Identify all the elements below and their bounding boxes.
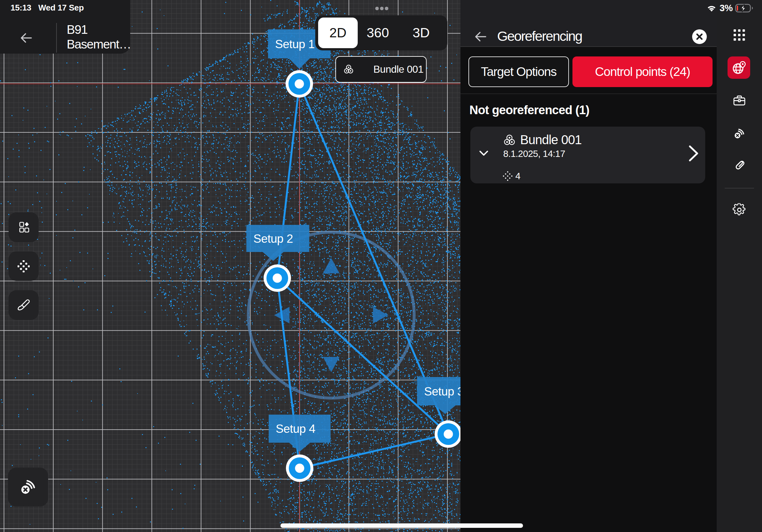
svg-text:Setup 4: Setup 4 — [276, 422, 315, 435]
svg-text:Setup 3: Setup 3 — [424, 385, 460, 398]
svg-text:Setup 2: Setup 2 — [253, 232, 293, 245]
svg-text:Setup 1: Setup 1 — [275, 37, 315, 51]
